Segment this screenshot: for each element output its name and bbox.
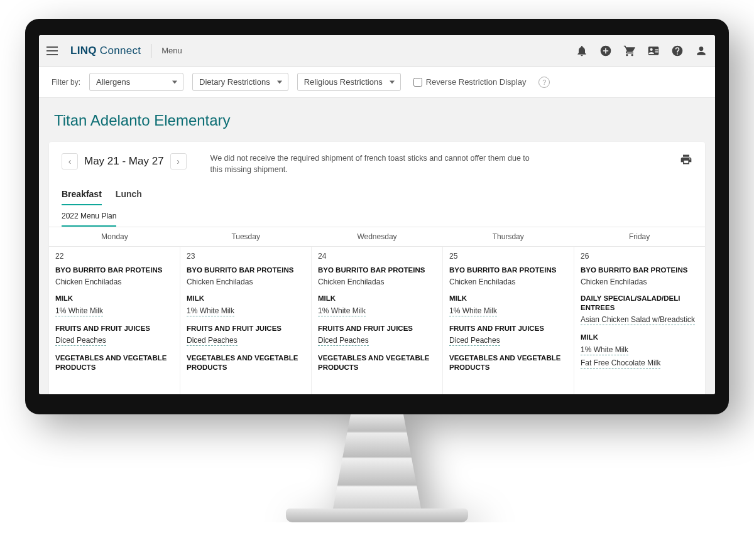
content-area: Titan Adelanto Elementary ‹ May 21 - May… [39,98,715,394]
menu-category: BYO BURRITO BAR PROTEINS [449,266,567,274]
menu-item: Chicken Enchiladas [187,277,253,286]
hamburger-icon[interactable] [46,43,62,58]
monitor-bezel: LINQ Connect Menu Filter by: Allergens [25,19,729,414]
menu-category: MILK [449,294,567,303]
print-button[interactable] [680,153,692,168]
menu-item: Chicken Enchiladas [318,277,384,286]
school-title: Titan Adelanto Elementary [39,98,715,136]
divider [151,44,151,58]
filter-bar: Filter by: Allergens Dietary Restriction… [39,67,715,98]
bell-icon[interactable] [576,45,588,57]
date-number: 24 [318,252,436,261]
weekday-header: Thursday [442,227,574,247]
menu-category: BYO BURRITO BAR PROTEINS [55,266,173,274]
date-number: 25 [449,252,567,261]
monitor-frame: LINQ Connect Menu Filter by: Allergens [25,19,729,522]
notice-text: We did not receive the required shipment… [210,153,537,175]
menu-item: Chicken Enchiladas [449,277,515,286]
weekday-header: Tuesday [180,227,312,247]
meal-tabs: BreakfastLunch [49,179,705,205]
tab-breakfast[interactable]: Breakfast [62,189,102,205]
menu-item[interactable]: Diced Peaches [449,336,500,346]
cart-icon[interactable] [623,45,636,57]
app-screen: LINQ Connect Menu Filter by: Allergens [39,35,715,394]
topbar-actions [576,45,708,57]
menu-category: FRUITS AND FRUIT JUICES [318,324,436,333]
menu-category: MILK [318,294,436,303]
next-week-button[interactable]: › [170,153,187,170]
menu-card: ‹ May 21 - May 27 › We did not receive t… [49,142,705,394]
menu-item[interactable]: 1% White Milk [449,306,497,316]
plan-tabs: 2022 Menu Plan [49,205,705,227]
plan-tab[interactable]: 2022 Menu Plan [62,205,116,227]
app-logo[interactable]: LINQ Connect [70,45,141,57]
date-number: 23 [187,252,305,261]
menu-category: VEGETABLES AND VEGETABLE PRODUCTS [318,353,436,372]
menu-item[interactable]: Fat Free Chocolate Milk [581,358,660,369]
filter-help-icon[interactable]: ? [538,77,550,88]
menu-category: FRUITS AND FRUIT JUICES [187,324,305,333]
menu-item[interactable]: Asian Chicken Salad w/Breadstick [581,315,695,325]
contact-card-icon[interactable] [647,45,660,57]
menu-category: MILK [55,294,173,303]
dietary-dropdown[interactable]: Dietary Restrictions [192,73,288,91]
help-icon[interactable] [671,45,684,57]
logo-primary: LINQ [70,45,97,57]
reverse-checkbox-label: Reverse Restriction Display [426,77,527,87]
day-column: 22BYO BURRITO BAR PROTEINSChicken Enchil… [49,247,180,394]
menu-category: FRUITS AND FRUIT JUICES [449,324,567,333]
menu-category: BYO BURRITO BAR PROTEINS [187,266,305,274]
calendar-grid: 22BYO BURRITO BAR PROTEINSChicken Enchil… [49,247,705,394]
menu-item[interactable]: 1% White Milk [581,345,628,355]
weekday-header: Wednesday [312,227,443,247]
card-header: ‹ May 21 - May 27 › We did not receive t… [49,142,705,179]
logo-secondary: Connect [100,45,141,57]
allergens-dropdown[interactable]: Allergens [89,73,183,91]
menu-category: MILK [187,294,305,303]
page-label: Menu [161,46,182,55]
weekday-header: Friday [574,227,705,247]
monitor-stand [305,414,449,522]
menu-item[interactable]: 1% White Milk [187,306,234,316]
menu-category: BYO BURRITO BAR PROTEINS [318,266,436,274]
day-column: 25BYO BURRITO BAR PROTEINSChicken Enchil… [443,247,574,394]
menu-category: DAILY SPECIAL/SALAD/DELI ENTREES [581,294,699,312]
menu-category: FRUITS AND FRUIT JUICES [55,324,173,333]
week-nav: ‹ May 21 - May 27 › [62,153,187,170]
date-number: 26 [581,252,699,261]
date-range: May 21 - May 27 [84,155,164,168]
weekday-header: Monday [49,227,180,247]
menu-category: VEGETABLES AND VEGETABLE PRODUCTS [187,353,305,372]
day-column: 26BYO BURRITO BAR PROTEINSChicken Enchil… [574,247,705,394]
date-number: 22 [55,252,173,261]
calendar-header: MondayTuesdayWednesdayThursdayFriday [49,227,705,247]
menu-category: BYO BURRITO BAR PROTEINS [581,266,699,274]
menu-category: VEGETABLES AND VEGETABLE PRODUCTS [55,353,173,372]
prev-week-button[interactable]: ‹ [62,153,78,170]
user-icon[interactable] [695,45,708,57]
menu-category: VEGETABLES AND VEGETABLE PRODUCTS [449,353,567,372]
day-column: 23BYO BURRITO BAR PROTEINSChicken Enchil… [180,247,312,394]
reverse-restriction-checkbox[interactable]: Reverse Restriction Display [413,77,527,87]
menu-category: MILK [581,333,699,342]
add-icon[interactable] [599,45,612,57]
filter-label: Filter by: [52,78,80,87]
menu-item: Chicken Enchiladas [55,277,121,286]
reverse-checkbox-input[interactable] [413,78,422,87]
tab-lunch[interactable]: Lunch [116,189,142,205]
day-column: 24BYO BURRITO BAR PROTEINSChicken Enchil… [312,247,443,394]
topbar: LINQ Connect Menu [39,35,715,67]
religious-dropdown[interactable]: Religious Restrictions [297,73,401,91]
menu-item[interactable]: Diced Peaches [187,336,238,346]
print-icon [680,153,692,166]
menu-item[interactable]: Diced Peaches [318,336,369,346]
menu-item: Chicken Enchiladas [581,277,647,286]
menu-item[interactable]: 1% White Milk [318,306,366,316]
menu-item[interactable]: 1% White Milk [55,306,103,316]
menu-item[interactable]: Diced Peaches [55,336,106,346]
